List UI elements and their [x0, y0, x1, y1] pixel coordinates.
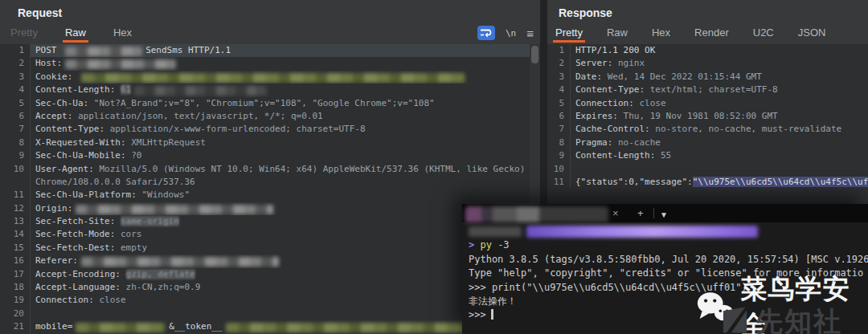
editor-line: 12Origin:	[0, 202, 530, 215]
line-number: 1	[0, 44, 31, 57]
line-content: HTTP/1.1 200 OK	[571, 44, 868, 57]
code-text: Server:	[575, 58, 618, 68]
line-number: 18	[0, 281, 31, 294]
line-number: 9	[547, 149, 571, 162]
line-content: {"status":0,"message":"\\u975e\\u6cd5\\u…	[571, 176, 868, 189]
line-number: 3	[0, 71, 31, 84]
line-number: 4	[0, 84, 31, 96]
code-text: Connection:	[575, 98, 639, 108]
tab-u2c[interactable]: U2C	[751, 25, 776, 43]
tab-json[interactable]: JSON	[796, 25, 829, 43]
editor-line: 3Date: Wed, 14 Dec 2022 01:15:44 GMT	[547, 71, 868, 84]
redacted-blur	[65, 59, 176, 69]
line-content: Content-Type: application/x-www-form-url…	[31, 123, 530, 136]
line-number: 8	[547, 136, 571, 149]
tab-close-icon[interactable]: ×	[612, 206, 619, 220]
code-text: Origin:	[35, 203, 72, 214]
editor-menu-icon[interactable]: ≡	[526, 26, 534, 40]
word-wrap-icon[interactable]	[477, 26, 495, 40]
tab-dropdown-icon[interactable]: ▼	[660, 208, 668, 222]
line-number: 5	[0, 97, 31, 110]
code-text: no-store, no-cache, must-revalidate	[655, 124, 841, 134]
line-number: 2	[547, 57, 571, 70]
code-text: HTTP/1.1 200 OK	[575, 45, 655, 55]
redacted-blur	[81, 257, 279, 267]
new-tab-icon[interactable]: +	[637, 206, 644, 220]
line-number: 5	[547, 97, 571, 110]
redacted-blur	[81, 73, 465, 83]
editor-line: 17Accept-Encoding: gzip, deflate	[0, 268, 530, 281]
line-number: 2	[0, 57, 31, 70]
editor-line: 2Host:	[0, 57, 530, 70]
line-content: Accept-Language: zh-CN,zh;q=0.9	[31, 281, 530, 294]
editor-line: 7Content-Type: application/x-www-form-ur…	[0, 123, 530, 136]
code-text: {"status":0,"message":	[575, 177, 693, 187]
line-content: Pragma: no-cache	[571, 136, 868, 149]
response-tabbar: PrettyRawHexRenderU2CJSON	[553, 25, 828, 43]
code-text: Date:	[575, 71, 608, 82]
request-scrollbar-thumb[interactable]	[531, 46, 538, 63]
tab-raw[interactable]: Raw	[63, 25, 88, 43]
editor-line: 4Content-Type: text/html; charset=UTF-8	[547, 84, 868, 96]
line-content: Content-Length: 61	[31, 84, 530, 96]
editor-line: 8X-Requested-With: XMLHttpRequest	[0, 136, 530, 149]
editor-line: 14Sec-Fetch-Mode: cors	[0, 228, 530, 241]
line-content: Connection: close	[31, 294, 530, 307]
code-text: Accept-Encoding:	[35, 269, 126, 279]
code-text: Sec-Fetch-Site:	[35, 216, 121, 226]
tab-hex[interactable]: Hex	[649, 25, 673, 43]
editor-line: 9Content-Length: 55	[547, 149, 868, 162]
redacted-blur	[76, 323, 166, 332]
code-text: Thu, 19 Nov 1981 08:52:00 GMT	[624, 111, 778, 121]
command-text: py	[480, 239, 491, 250]
terminal-tab[interactable]	[465, 206, 608, 222]
line-content: Cookie:	[31, 71, 530, 84]
code-text: Accept:	[35, 111, 78, 121]
code-text: User-Agent:	[35, 164, 99, 174]
line-content: Content-Type: text/html; charset=UTF-8	[571, 84, 868, 96]
tab-hex[interactable]: Hex	[111, 25, 134, 43]
line-content	[571, 163, 868, 176]
line-content: X-Requested-With: XMLHttpRequest	[31, 136, 530, 149]
code-text: Host:	[35, 58, 62, 68]
line-number: 1	[547, 44, 571, 57]
line-number: 4	[547, 84, 571, 96]
code-text: Cache-Control:	[575, 124, 655, 134]
editor-line: 6Expires: Thu, 19 Nov 1981 08:52:00 GMT	[547, 110, 868, 123]
editor-line: Chrome/108.0.0.0 Safari/537.36	[0, 176, 530, 189]
code-text: Content-Type:	[35, 124, 110, 134]
newline-toggle-icon[interactable]: \n	[506, 28, 516, 39]
line-number: 7	[547, 123, 571, 136]
line-content: Date: Wed, 14 Dec 2022 01:15:44 GMT	[571, 71, 868, 84]
tab-pretty[interactable]: Pretty	[8, 25, 40, 43]
code-text: zh-CN,zh;q=0.9	[126, 282, 201, 292]
code-text: close	[639, 98, 665, 108]
code-text: Expires:	[575, 111, 624, 121]
tab-pretty[interactable]: Pretty	[553, 25, 585, 43]
line-number: 17	[0, 268, 31, 281]
code-text: Content-Length:	[575, 150, 661, 161]
line-number	[0, 176, 31, 189]
editor-line: 13Sec-Fetch-Site: same-origin	[0, 215, 530, 228]
editor-line: 15Sec-Fetch-Dest: empty	[0, 242, 530, 255]
redacted-blur	[76, 205, 273, 214]
editor-line: 10User-Agent: Mozilla/5.0 (Windows NT 10…	[0, 163, 530, 176]
code-text: close	[99, 295, 125, 305]
editor-line: 11Sec-Ch-Ua-Platform: "Windows"	[0, 189, 530, 202]
code-text: application/x-www-form-urlencoded; chars…	[110, 124, 366, 134]
code-text: Sec-Ch-Ua-Platform:	[35, 189, 141, 200]
response-title: Response	[559, 6, 612, 19]
line-content: POST SendSms HTTP/1.1	[31, 44, 530, 57]
line-number: 12	[0, 202, 31, 215]
code-text: gzip, deflate	[126, 269, 195, 279]
line-number: 14	[0, 228, 31, 241]
code-text: Content-Type:	[575, 84, 650, 95]
request-editor[interactable]: 1POST SendSms HTTP/1.12Host:3Cookie: 4Co…	[0, 44, 530, 334]
line-content: mobile=&__token__	[31, 320, 530, 333]
line-content: Cache-Control: no-store, no-cache, must-…	[571, 123, 868, 136]
tab-render[interactable]: Render	[692, 25, 731, 43]
line-number: 13	[0, 215, 31, 228]
code-text: same-origin	[121, 216, 179, 226]
request-editor-icons: \n ≡	[477, 25, 534, 41]
tab-raw[interactable]: Raw	[604, 25, 630, 43]
